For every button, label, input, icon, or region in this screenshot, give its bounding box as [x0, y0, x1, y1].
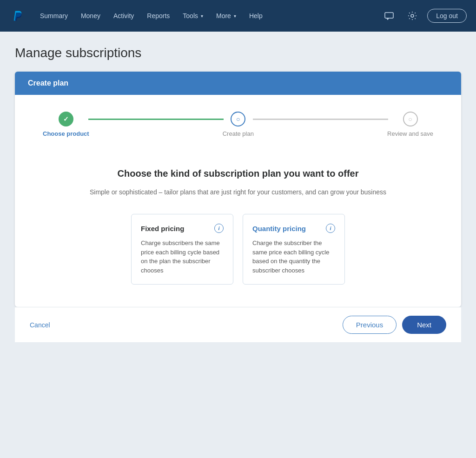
step-label-3: Review and save: [387, 130, 433, 137]
step-create-plan: ○ Create plan: [223, 112, 254, 137]
logout-button[interactable]: Log out: [427, 9, 467, 23]
next-button[interactable]: Next: [402, 316, 446, 334]
step-label-1: Choose product: [43, 130, 89, 137]
footer-right: Previous Next: [343, 316, 446, 334]
content-subheading: Simple or sophisticated – tailor plans t…: [33, 187, 443, 197]
nav-more[interactable]: More▾: [211, 8, 242, 23]
cancel-button[interactable]: Cancel: [30, 321, 50, 329]
page-title: Manage subscriptions: [15, 46, 461, 60]
quantity-pricing-desc: Charge the subscriber the same price eac…: [252, 239, 335, 275]
card-header-title: Create plan: [28, 79, 68, 87]
step-circle-3: ○: [403, 112, 418, 126]
message-icon-button[interactable]: [381, 7, 397, 24]
settings-icon-button[interactable]: [404, 7, 421, 24]
content-section: Choose the kind of subscription plan you…: [15, 150, 461, 307]
nav-links: Summary Money Activity Reports Tools▾ Mo…: [34, 8, 381, 23]
step-label-2: Create plan: [223, 130, 254, 137]
step-connector-1: [88, 119, 224, 120]
nav-activity[interactable]: Activity: [108, 8, 139, 23]
quantity-pricing-title: Quantity pricing: [252, 225, 306, 232]
paypal-logo: [9, 7, 26, 24]
step-circle-1: ✓: [59, 112, 73, 126]
navbar: Summary Money Activity Reports Tools▾ Mo…: [0, 0, 476, 32]
step-choose-product: ✓ Choose product: [43, 112, 89, 137]
quantity-pricing-card[interactable]: Quantity pricing i Charge the subscriber…: [243, 214, 345, 285]
pricing-cards: Fixed pricing i Charge subscribers the s…: [33, 214, 443, 285]
fixed-pricing-title: Fixed pricing: [141, 225, 184, 232]
nav-reports[interactable]: Reports: [141, 8, 175, 23]
fixed-pricing-info-icon[interactable]: i: [214, 224, 224, 233]
main-card: Create plan ✓ Choose product ○ Create pl…: [15, 72, 461, 307]
fixed-pricing-header: Fixed pricing i: [141, 224, 224, 233]
nav-summary[interactable]: Summary: [34, 8, 73, 23]
page-wrapper: Manage subscriptions Create plan ✓ Choos…: [6, 32, 470, 361]
svg-rect-0: [385, 13, 393, 18]
nav-help[interactable]: Help: [244, 8, 268, 23]
nav-tools[interactable]: Tools▾: [177, 8, 209, 23]
content-heading: Choose the kind of subscription plan you…: [33, 167, 443, 180]
step-circle-2: ○: [231, 112, 245, 126]
previous-button[interactable]: Previous: [343, 316, 397, 334]
nav-right: Log out: [381, 7, 467, 24]
quantity-pricing-header: Quantity pricing i: [252, 224, 335, 233]
card-header: Create plan: [15, 72, 461, 95]
quantity-pricing-info-icon[interactable]: i: [326, 224, 335, 233]
fixed-pricing-card[interactable]: Fixed pricing i Charge subscribers the s…: [131, 214, 233, 285]
step-review-save: ○ Review and save: [387, 112, 433, 137]
step-connector-2: [253, 119, 388, 120]
footer-bar: Cancel Previous Next: [15, 307, 461, 342]
fixed-pricing-desc: Charge subscribers the same price each b…: [141, 239, 224, 275]
svg-point-1: [411, 14, 414, 17]
stepper: ✓ Choose product ○ Create plan ○ Review …: [15, 95, 461, 150]
nav-money[interactable]: Money: [75, 8, 106, 23]
